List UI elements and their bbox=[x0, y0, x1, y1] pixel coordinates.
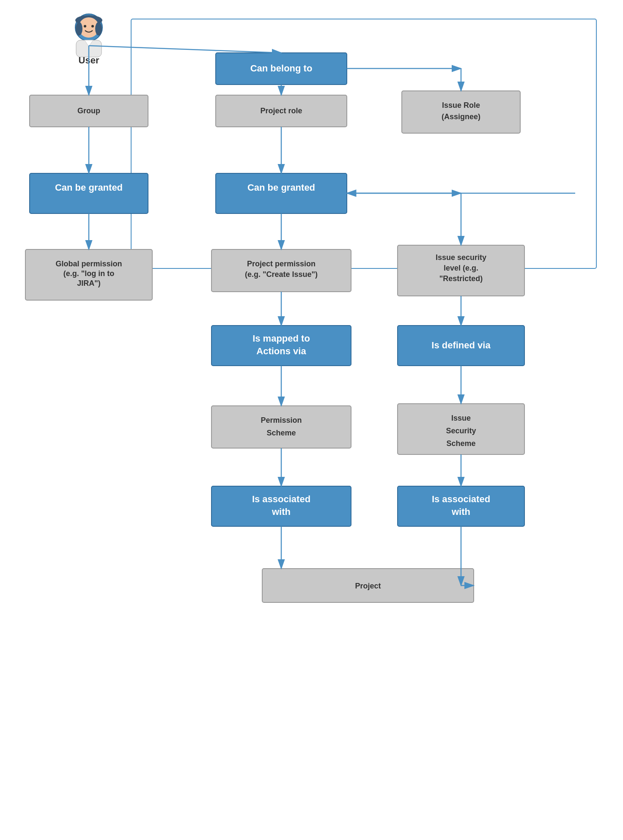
outline-box bbox=[131, 19, 596, 268]
svg-rect-21 bbox=[216, 173, 347, 213]
svg-text:Global permission: Global permission bbox=[55, 260, 122, 268]
svg-text:Actions via: Actions via bbox=[256, 346, 306, 356]
svg-text:Group: Group bbox=[77, 107, 100, 115]
svg-text:Can be granted: Can be granted bbox=[55, 182, 123, 193]
svg-text:Is mapped to: Is mapped to bbox=[252, 333, 310, 344]
svg-text:Issue security: Issue security bbox=[436, 253, 486, 262]
group-node: Group bbox=[30, 95, 148, 127]
svg-text:Project role: Project role bbox=[260, 107, 302, 115]
can-belong-to-node: Can belong to bbox=[216, 53, 347, 85]
can-be-granted-left-node: Can be granted bbox=[30, 173, 148, 213]
issue-security-level-node: Issue security level (e.g. "Restricted) bbox=[398, 245, 524, 296]
svg-text:Scheme: Scheme bbox=[446, 439, 475, 448]
issue-role-node: Issue Role (Assignee) bbox=[402, 91, 520, 133]
diagram-container: User Can belong to Group Project role Is… bbox=[0, 0, 623, 840]
svg-rect-39 bbox=[211, 406, 351, 448]
project-role-node: Project role bbox=[216, 95, 347, 127]
svg-text:Can be granted: Can be granted bbox=[247, 182, 315, 193]
svg-text:(e.g. "Create Issue"): (e.g. "Create Issue") bbox=[245, 270, 318, 279]
svg-text:Is associated: Is associated bbox=[432, 494, 490, 504]
svg-text:(Assignee): (Assignee) bbox=[442, 112, 480, 121]
svg-text:Is associated: Is associated bbox=[252, 494, 310, 504]
svg-text:Issue Role: Issue Role bbox=[442, 101, 480, 109]
diagram-svg: User Can belong to Group Project role Is… bbox=[0, 0, 623, 840]
svg-text:Scheme: Scheme bbox=[266, 429, 296, 437]
project-node: Project bbox=[262, 569, 474, 602]
issue-security-scheme-node: Issue Security Scheme bbox=[398, 404, 524, 454]
is-associated-with-left-node: Is associated with bbox=[211, 486, 351, 526]
permission-scheme-node: Permission Scheme bbox=[211, 406, 351, 448]
svg-point-6 bbox=[84, 25, 86, 27]
svg-point-4 bbox=[76, 22, 82, 36]
svg-text:"Restricted): "Restricted) bbox=[439, 274, 483, 283]
is-defined-via-node: Is defined via bbox=[398, 326, 524, 366]
svg-text:JIRA"): JIRA") bbox=[77, 279, 101, 287]
svg-text:level (e.g.: level (e.g. bbox=[444, 264, 478, 272]
can-be-granted-right-node: Can be granted bbox=[216, 173, 347, 213]
svg-text:Permission: Permission bbox=[261, 416, 302, 424]
svg-point-7 bbox=[91, 25, 94, 27]
is-mapped-to-actions-node: Is mapped to Actions via bbox=[211, 326, 351, 366]
svg-text:Can belong to: Can belong to bbox=[250, 63, 313, 74]
svg-text:Security: Security bbox=[446, 427, 476, 435]
arrow-user-to-canbelong bbox=[89, 46, 281, 53]
svg-point-5 bbox=[95, 22, 102, 36]
svg-text:Issue: Issue bbox=[451, 414, 471, 422]
svg-text:Project: Project bbox=[355, 582, 381, 590]
svg-text:Is defined via: Is defined via bbox=[431, 340, 491, 350]
is-associated-with-right-node: Is associated with bbox=[398, 486, 524, 526]
svg-text:(e.g. "log in to: (e.g. "log in to bbox=[63, 269, 115, 278]
svg-rect-19 bbox=[30, 173, 148, 213]
global-permission-node: Global permission (e.g. "log in to JIRA"… bbox=[25, 249, 152, 300]
svg-text:with: with bbox=[272, 506, 291, 517]
svg-text:Project permission: Project permission bbox=[247, 260, 316, 268]
project-permission-node: Project permission (e.g. "Create Issue") bbox=[211, 249, 351, 292]
svg-text:with: with bbox=[451, 506, 470, 517]
